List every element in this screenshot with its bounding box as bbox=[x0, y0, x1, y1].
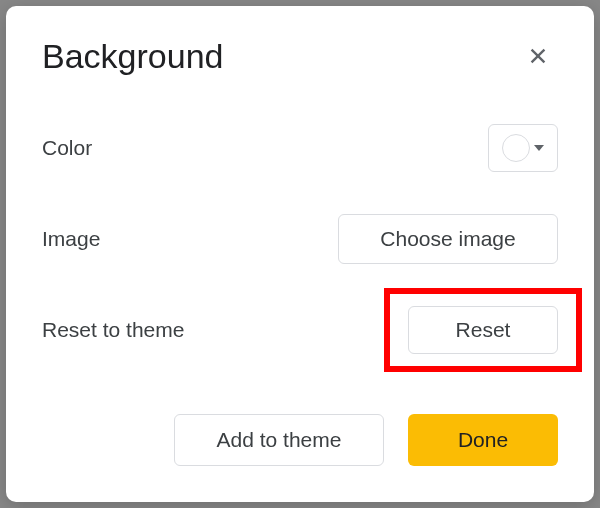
color-swatch-icon bbox=[502, 134, 530, 162]
done-button[interactable]: Done bbox=[408, 414, 558, 466]
reset-highlight-wrap: Reset bbox=[408, 306, 558, 354]
reset-button[interactable]: Reset bbox=[408, 306, 558, 354]
chevron-down-icon bbox=[534, 145, 544, 151]
add-to-theme-button[interactable]: Add to theme bbox=[174, 414, 384, 466]
close-button[interactable] bbox=[518, 36, 558, 76]
reset-label: Reset to theme bbox=[42, 318, 184, 342]
background-dialog: Background Color Image Choose image Rese… bbox=[6, 6, 594, 502]
reset-row: Reset to theme Reset bbox=[42, 306, 558, 354]
close-icon bbox=[527, 45, 549, 67]
choose-image-button[interactable]: Choose image bbox=[338, 214, 558, 264]
dialog-title: Background bbox=[42, 37, 223, 76]
dialog-footer: Add to theme Done bbox=[42, 414, 558, 466]
dialog-header: Background bbox=[42, 36, 558, 76]
color-picker-button[interactable] bbox=[488, 124, 558, 172]
image-row: Image Choose image bbox=[42, 214, 558, 264]
color-row: Color bbox=[42, 124, 558, 172]
image-label: Image bbox=[42, 227, 100, 251]
color-label: Color bbox=[42, 136, 92, 160]
